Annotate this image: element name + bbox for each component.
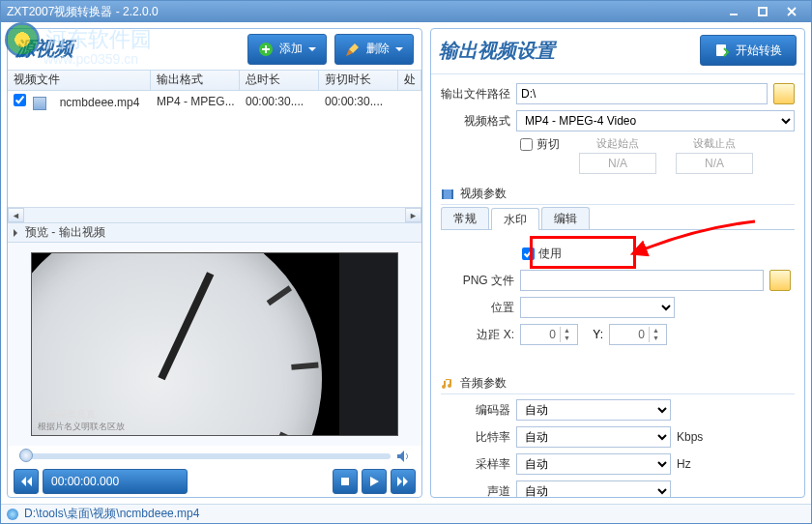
status-icon	[7, 509, 18, 520]
row-format: MP4 - MPEG...	[151, 95, 240, 108]
add-button[interactable]: 添加	[247, 34, 327, 65]
vformat-select[interactable]: MP4 - MPEG-4 Video	[516, 110, 795, 131]
file-grid-body[interactable]: ncmbdeee.mp4 MP4 - MPEG... 00:00:30.... …	[8, 91, 421, 207]
svg-rect-0	[759, 8, 767, 15]
broom-icon	[345, 42, 361, 57]
position-label: 位置	[445, 300, 514, 316]
cut-checkbox[interactable]	[520, 138, 533, 151]
bitrate-label: 比特率	[441, 429, 510, 446]
video-overlay-text: 六臺采票员真	[38, 408, 96, 422]
status-bar: D:\tools\桌面\视频\ncmbdeee.mp4	[1, 504, 811, 523]
position-select[interactable]	[520, 297, 675, 318]
preview-header[interactable]: 预览 - 输出视频	[8, 222, 421, 243]
play-button[interactable]	[362, 469, 387, 494]
out-path-input[interactable]	[516, 83, 768, 104]
cut-end-value[interactable]: N/A	[676, 153, 753, 174]
preview-label: 预览 - 输出视频	[25, 224, 105, 241]
use-watermark-wrap[interactable]: 使用	[522, 246, 562, 262]
channel-select[interactable]: 自动	[516, 480, 671, 497]
col-file[interactable]: 视频文件	[8, 71, 151, 91]
stop-button[interactable]	[333, 469, 358, 494]
music-icon	[441, 377, 454, 391]
triangle-icon	[14, 229, 21, 237]
chevron-down-icon	[395, 47, 403, 55]
video-params-header: 视频参数	[441, 186, 795, 202]
margin-x-spin[interactable]: 0▲▼	[520, 324, 578, 345]
svg-rect-5	[442, 189, 444, 199]
channel-label: 声道	[441, 483, 510, 498]
audio-params-header: 音频参数	[441, 375, 795, 392]
vformat-label: 视频格式	[441, 113, 510, 130]
tab-watermark[interactable]: 水印	[491, 208, 539, 230]
png-browse-button[interactable]	[769, 270, 791, 291]
out-path-label: 输出文件路径	[441, 86, 510, 102]
col-duration[interactable]: 总时长	[240, 71, 319, 91]
prev-button[interactable]	[14, 469, 39, 494]
row-cut: 00:00:30....	[319, 95, 398, 108]
col-cut[interactable]: 剪切时长	[319, 71, 398, 91]
browse-button[interactable]	[773, 83, 795, 104]
margin-y-spin[interactable]: 0▲▼	[609, 324, 667, 345]
film-icon	[441, 188, 454, 201]
output-form: 输出文件路径 视频格式 MP4 - MPEG-4 Video 剪切 设起始点 N…	[431, 76, 804, 497]
player-controls: 00:00:00.000	[8, 466, 421, 497]
tab-general[interactable]: 常规	[441, 207, 489, 229]
video-tabs: 常规 水印 编辑	[441, 207, 795, 230]
margin-y-label: Y:	[584, 328, 603, 341]
scroll-right[interactable]: ►	[405, 208, 421, 222]
video-preview[interactable]: 六臺采票员真 根据片名义明联名区放	[31, 252, 398, 436]
encoder-select[interactable]: 自动	[516, 399, 671, 421]
png-file-label: PNG 文件	[445, 273, 514, 289]
use-watermark-checkbox[interactable]	[522, 247, 535, 260]
scroll-left[interactable]: ◄	[8, 208, 24, 222]
h-scrollbar[interactable]: ◄ ►	[8, 207, 421, 222]
time-display: 00:00:00.000	[43, 469, 188, 494]
tab-edit[interactable]: 编辑	[541, 207, 590, 229]
col-process[interactable]: 处	[398, 71, 421, 91]
samplerate-label: 采样率	[441, 456, 510, 473]
source-panel: 源视频 添加 删除 视频文件 输出格式 总时长 剪切时长 处	[7, 28, 422, 498]
window-title: ZXT2007视频转换器 - 2.2.0.0	[7, 4, 718, 20]
video-overlay-sub: 根据片名义明联名区放	[38, 421, 125, 433]
seek-thumb[interactable]	[19, 449, 33, 462]
row-duration: 00:00:30....	[240, 95, 319, 108]
png-file-input[interactable]	[520, 270, 764, 291]
use-watermark-label: 使用	[538, 246, 562, 262]
row-filename: ncmbdeee.mp4	[54, 96, 146, 109]
preview-area: 六臺采票员真 根据片名义明联名区放	[8, 243, 421, 446]
cut-end-label: 设截止点	[693, 136, 736, 151]
next-button[interactable]	[391, 469, 416, 494]
source-title: 源视频	[15, 36, 240, 62]
titlebar: ZXT2007视频转换器 - 2.2.0.0	[1, 1, 811, 22]
bitrate-select[interactable]: 自动	[516, 426, 671, 448]
hz-unit: Hz	[677, 457, 710, 471]
cut-start-label: 设起始点	[596, 136, 639, 151]
encoder-label: 编码器	[441, 402, 510, 419]
volume-icon[interactable]	[396, 450, 410, 463]
seek-row	[8, 446, 421, 466]
table-row[interactable]: ncmbdeee.mp4 MP4 - MPEG... 00:00:30.... …	[8, 91, 421, 112]
col-format[interactable]: 输出格式	[151, 71, 240, 91]
plus-icon	[258, 42, 274, 57]
file-icon	[33, 97, 46, 110]
close-button[interactable]	[778, 4, 805, 19]
maximize-button[interactable]	[749, 4, 776, 19]
file-grid-header: 视频文件 输出格式 总时长 剪切时长 处	[8, 70, 421, 92]
kbps-unit: Kbps	[677, 430, 710, 444]
margin-x-label: 边距 X:	[445, 327, 514, 343]
seek-slider[interactable]	[19, 453, 391, 459]
start-convert-button[interactable]: 开始转换	[700, 35, 797, 66]
minimize-button[interactable]	[720, 4, 747, 19]
row-checkbox[interactable]	[14, 94, 26, 106]
svg-rect-2	[341, 478, 349, 485]
convert-icon	[714, 43, 730, 58]
cut-start-value[interactable]: N/A	[579, 153, 656, 174]
chevron-down-icon	[308, 47, 316, 55]
output-panel: 输出视频设置 开始转换 输出文件路径 视频格式 MP4 - MPEG-4 Vid…	[430, 28, 805, 498]
svg-rect-6	[451, 189, 453, 199]
delete-button[interactable]: 删除	[334, 34, 414, 65]
output-title: 输出视频设置	[439, 38, 692, 64]
samplerate-select[interactable]: 自动	[516, 453, 671, 475]
status-path: D:\tools\桌面\视频\ncmbdeee.mp4	[24, 506, 199, 522]
cut-checkbox-wrap[interactable]: 剪切	[520, 136, 560, 153]
